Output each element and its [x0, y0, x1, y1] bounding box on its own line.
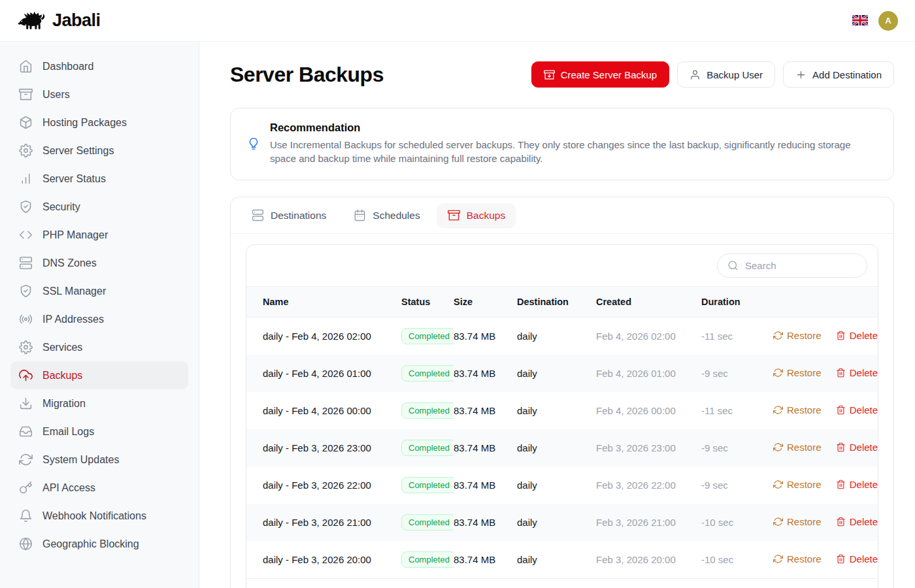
restore-button[interactable]: Restore [773, 404, 822, 416]
cell-destination: daily [517, 318, 596, 355]
sidebar-item-dns-zones[interactable]: DNS Zones [10, 249, 188, 277]
cell-actions: Restore Delete [773, 318, 878, 355]
table-row: daily - Feb 4, 2026 02:00 Completed 83.7… [246, 318, 878, 355]
sidebar-item-label: PHP Manager [42, 229, 108, 241]
cell-name: daily - Feb 4, 2026 00:00 [246, 392, 401, 429]
shield-check-icon [19, 284, 33, 298]
user-icon [690, 69, 701, 80]
table-row: daily - Feb 3, 2026 22:00 Completed 83.7… [246, 466, 878, 504]
create-server-backup-button[interactable]: Create Server Backup [531, 61, 670, 88]
avatar[interactable]: A [878, 11, 898, 31]
sidebar-item-email-logs[interactable]: Email Logs [10, 417, 188, 446]
backups-table-card: NameStatusSizeDestinationCreatedDuration… [246, 244, 878, 588]
sidebar-item-php-manager[interactable]: PHP Manager [10, 221, 188, 249]
sidebar-item-backups[interactable]: Backups [10, 361, 188, 389]
bar-chart-icon [19, 172, 33, 186]
delete-button[interactable]: Delete [836, 553, 878, 564]
tab-label: Schedules [373, 210, 420, 221]
topbar: Jabali A [0, 0, 915, 42]
uk-flag-icon[interactable] [852, 15, 868, 26]
cell-status: Completed [401, 355, 454, 392]
delete-button[interactable]: Delete [836, 442, 878, 453]
restore-button[interactable]: Restore [773, 330, 822, 341]
cell-name: daily - Feb 3, 2026 23:00 [246, 429, 401, 466]
restore-icon [773, 480, 783, 489]
cell-created: Feb 3, 2026 22:00 [596, 466, 701, 504]
sidebar-item-label: Hosting Packages [42, 117, 127, 129]
restore-icon [773, 554, 783, 564]
restore-button[interactable]: Restore [773, 479, 822, 490]
table-row: daily - Feb 3, 2026 20:00 Completed 83.7… [246, 541, 878, 578]
delete-button[interactable]: Delete [836, 367, 878, 378]
globe-icon [19, 537, 33, 551]
tab-bar: Destinations Schedules Backups [231, 197, 893, 234]
refresh-icon [19, 453, 33, 466]
cell-actions: Restore Delete [773, 355, 878, 392]
code-icon [19, 228, 33, 242]
delete-button[interactable]: Delete [836, 404, 878, 416]
sidebar-item-dashboard[interactable]: Dashboard [10, 52, 188, 80]
archive-icon [19, 88, 33, 101]
app-logo[interactable]: Jabali [17, 10, 101, 31]
sidebar-item-security[interactable]: Security [10, 193, 188, 221]
cell-created: Feb 4, 2026 01:00 [596, 355, 701, 392]
restore-button[interactable]: Restore [773, 442, 822, 453]
archive-icon [448, 209, 460, 221]
search-input[interactable] [745, 260, 857, 271]
download-icon [19, 397, 33, 410]
restore-icon [773, 442, 783, 452]
cell-size: 83.74 MB [454, 541, 517, 578]
status-badge: Completed [401, 402, 454, 419]
settings-icon [19, 144, 33, 157]
sidebar-item-hosting-packages[interactable]: Hosting Packages [10, 108, 188, 137]
delete-button[interactable]: Delete [836, 516, 878, 527]
radio-icon [19, 312, 33, 326]
cell-duration: -9 sec [701, 429, 773, 466]
sidebar-item-api-access[interactable]: API Access [10, 474, 188, 502]
cell-status: Completed [401, 429, 454, 466]
restore-button[interactable]: Restore [773, 367, 822, 378]
sidebar-item-services[interactable]: Services [10, 333, 188, 361]
cell-created: Feb 3, 2026 20:00 [596, 541, 701, 578]
restore-button[interactable]: Restore [773, 553, 822, 564]
tab-backups[interactable]: Backups [437, 203, 516, 227]
cell-created: Feb 4, 2026 00:00 [596, 392, 701, 429]
delete-button[interactable]: Delete [836, 330, 878, 341]
status-badge: Completed [401, 328, 454, 344]
cell-duration: -10 sec [701, 504, 773, 541]
main-content: Server Backups Create Server Backup Back… [199, 42, 915, 588]
sidebar-item-geographic-blocking[interactable]: Geographic Blocking [10, 530, 188, 558]
table-header: NameStatusSizeDestinationCreatedDuration [246, 287, 878, 318]
home-icon [19, 59, 33, 73]
restore-button[interactable]: Restore [773, 516, 822, 527]
delete-button[interactable]: Delete [836, 479, 878, 490]
sidebar: Dashboard Users Hosting Packages Server … [0, 42, 199, 588]
backup-user-button[interactable]: Backup User [677, 61, 775, 88]
header-actions: Create Server Backup Backup User Add Des… [531, 61, 894, 88]
cell-name: daily - Feb 3, 2026 21:00 [246, 504, 401, 541]
sidebar-item-label: Dashboard [42, 61, 93, 73]
sidebar-item-label: Webhook Notifications [42, 510, 146, 522]
sidebar-item-users[interactable]: Users [10, 80, 188, 108]
add-destination-button[interactable]: Add Destination [783, 61, 894, 88]
sidebar-item-webhook-notifications[interactable]: Webhook Notifications [10, 502, 188, 530]
button-label: Add Destination [812, 69, 882, 80]
boar-logo-icon [17, 10, 47, 31]
cell-actions: Restore Delete [773, 429, 878, 466]
column-header-status: Status [401, 287, 454, 318]
cell-created: Feb 3, 2026 21:00 [596, 504, 701, 541]
tab-destinations[interactable]: Destinations [241, 203, 337, 227]
sidebar-item-label: DNS Zones [42, 257, 97, 269]
sidebar-item-migration[interactable]: Migration [10, 389, 188, 417]
sidebar-item-label: Server Status [42, 173, 106, 185]
package-icon [19, 116, 33, 129]
sidebar-item-ip-addresses[interactable]: IP Addresses [10, 305, 188, 333]
sidebar-item-server-status[interactable]: Server Status [10, 165, 188, 193]
restore-icon [773, 368, 783, 378]
cell-size: 83.74 MB [454, 318, 517, 355]
sidebar-item-ssl-manager[interactable]: SSL Manager [10, 277, 188, 305]
sidebar-item-label: API Access [42, 482, 95, 494]
tab-schedules[interactable]: Schedules [343, 203, 430, 227]
sidebar-item-server-settings[interactable]: Server Settings [10, 137, 188, 165]
sidebar-item-system-updates[interactable]: System Updates [10, 446, 188, 474]
